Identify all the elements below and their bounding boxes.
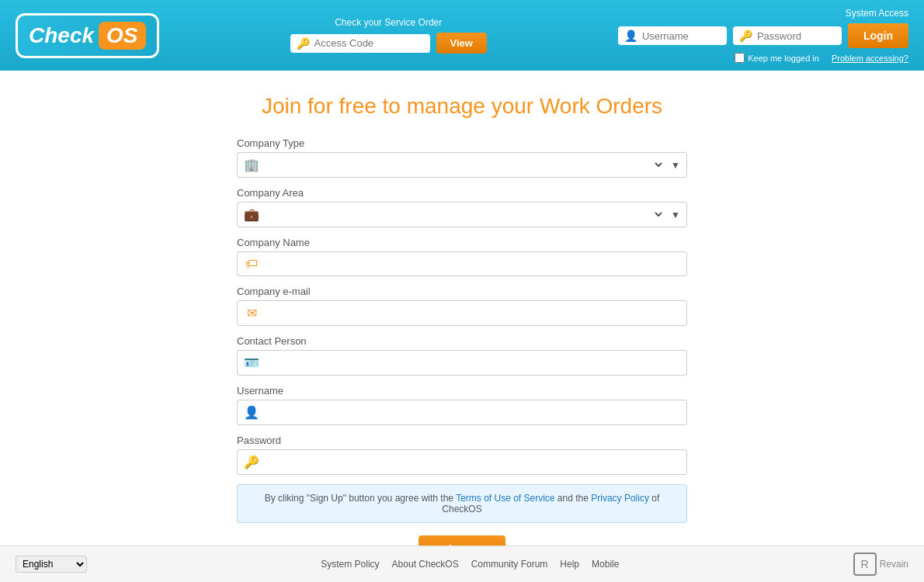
login-inputs: 👤 🔑: [618, 26, 842, 45]
join-title: Join for free to manage your Work Orders: [262, 94, 662, 119]
access-code-field-wrap: 🔑: [290, 34, 430, 53]
username-label: Username: [237, 385, 687, 397]
revain-branding: R Revain: [853, 553, 908, 576]
company-type-select[interactable]: [266, 158, 665, 171]
briefcase-icon: 💼: [244, 207, 259, 222]
key-icon: 🔑: [297, 37, 310, 50]
language-select[interactable]: English Spanish Portuguese French: [16, 556, 87, 573]
company-name-field-wrap: 🏷: [237, 251, 687, 276]
company-area-select[interactable]: [266, 208, 665, 221]
terms-prefix-text: By cliking "Sign Up" button you agree wi…: [265, 493, 453, 504]
company-email-field-wrap: ✉: [237, 300, 687, 326]
logo-os-text: OS: [99, 22, 145, 50]
company-name-label: Company Name: [237, 237, 687, 248]
view-button[interactable]: View: [436, 33, 487, 54]
company-area-group: Company Area 💼 ▼: [237, 187, 687, 227]
footer-links: System Policy About CheckOS Community Fo…: [321, 559, 619, 570]
company-type-label: Company Type: [237, 137, 687, 149]
login-button[interactable]: Login: [848, 23, 908, 48]
company-area-select-wrap: 💼 ▼: [237, 202, 687, 227]
keep-logged-label[interactable]: Keep me logged in: [735, 53, 819, 63]
signup-form: Company Type 🏢 ▼ Company Area 💼 ▼ Co: [237, 137, 687, 563]
contact-person-label: Contact Person: [237, 335, 687, 347]
company-name-input[interactable]: [266, 258, 680, 270]
envelope-icon: ✉: [244, 306, 259, 320]
terms-mid-text: and the: [558, 493, 589, 504]
company-type-group: Company Type 🏢 ▼: [237, 137, 687, 178]
company-area-label: Company Area: [237, 187, 687, 199]
username-group: Username 👤: [237, 385, 687, 425]
service-order-row: 🔑 View: [290, 33, 487, 54]
header: Check OS Check your Service Order 🔑 View…: [0, 0, 924, 71]
service-order-section: Check your Service Order 🔑 View: [290, 17, 487, 54]
user-form-icon: 👤: [244, 405, 259, 420]
company-name-group: Company Name 🏷: [237, 237, 687, 276]
system-access-label: System Access: [846, 8, 908, 19]
username-input[interactable]: [642, 30, 721, 42]
footer-system-policy-link[interactable]: System Policy: [321, 559, 379, 570]
revain-label: Revain: [880, 559, 908, 570]
password-field-wrap: 🔑: [733, 26, 842, 45]
username-form-input[interactable]: [266, 407, 680, 418]
footer-help-link[interactable]: Help: [560, 559, 579, 570]
footer-about-link[interactable]: About CheckOS: [392, 559, 459, 570]
footer-bar: English Spanish Portuguese French System…: [0, 546, 924, 582]
company-email-group: Company e-mail ✉: [237, 286, 687, 326]
footer-community-link[interactable]: Community Forum: [471, 559, 548, 570]
company-email-input[interactable]: [266, 307, 680, 319]
building-icon: 🏢: [244, 158, 259, 172]
contact-person-field-wrap: 🪪: [237, 350, 687, 376]
service-order-label: Check your Service Order: [335, 17, 442, 28]
keep-logged-checkbox[interactable]: [735, 53, 745, 63]
system-access-section: System Access 👤 🔑 Login Keep me logged i…: [618, 8, 908, 63]
logo[interactable]: Check OS: [16, 13, 159, 58]
problem-accessing-link[interactable]: Problem accessing?: [832, 54, 908, 63]
chevron-down-icon: ▼: [671, 160, 680, 171]
username-field-wrap: 👤: [618, 26, 727, 45]
contact-person-group: Contact Person 🪪: [237, 335, 687, 376]
terms-box: By cliking "Sign Up" button you agree wi…: [237, 484, 687, 523]
chevron-down-icon-area: ▼: [671, 210, 680, 220]
user-icon: 👤: [624, 29, 637, 42]
contact-person-input[interactable]: [266, 357, 680, 369]
id-card-icon: 🪪: [244, 355, 259, 370]
language-selector-wrap: English Spanish Portuguese French: [16, 556, 87, 573]
privacy-policy-link[interactable]: Privacy Policy: [591, 493, 649, 504]
password-field-wrap: 🔑: [237, 449, 687, 475]
company-email-label: Company e-mail: [237, 286, 687, 297]
password-input[interactable]: [757, 30, 835, 42]
main-content: Join for free to manage your Work Orders…: [0, 71, 924, 582]
access-code-input[interactable]: [314, 37, 424, 49]
username-field-wrap: 👤: [237, 400, 687, 425]
password-label: Password: [237, 435, 687, 446]
password-form-key-icon: 🔑: [244, 455, 259, 469]
name-tag-icon: 🏷: [244, 257, 259, 271]
footer-mobile-link[interactable]: Mobile: [592, 559, 619, 570]
company-type-select-wrap: 🏢 ▼: [237, 152, 687, 178]
logo-check-text: Check: [29, 23, 94, 48]
password-group: Password 🔑: [237, 435, 687, 475]
password-form-input[interactable]: [266, 456, 680, 468]
password-key-icon: 🔑: [739, 29, 752, 42]
revain-icon: R: [853, 553, 877, 576]
terms-of-service-link[interactable]: Terms of Use of Service: [456, 493, 554, 504]
